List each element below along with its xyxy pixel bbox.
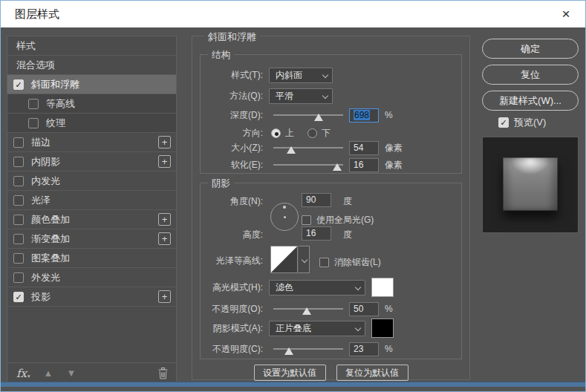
preview-checkbox[interactable]: ✓ bbox=[498, 117, 509, 128]
effect-checkbox[interactable] bbox=[13, 195, 24, 206]
layer-style-dialog: 图层样式 × 样式混合选项✓斜面和浮雕等高线纹理描边+内阴影+内发光光泽颜色叠加… bbox=[0, 0, 586, 392]
effect-label: 颜色叠加 bbox=[31, 213, 70, 226]
effect-row-5[interactable]: 描边+ bbox=[7, 133, 176, 152]
size-slider-track bbox=[273, 147, 343, 148]
effect-label: 图案叠加 bbox=[31, 252, 70, 265]
effects-toolbar: fx ▾ ▲ ▼ bbox=[7, 362, 176, 383]
effect-row-13[interactable]: ✓投影+ bbox=[7, 287, 176, 307]
highlight-opacity-slider[interactable] bbox=[273, 303, 343, 315]
technique-select[interactable]: 平滑 bbox=[269, 88, 333, 104]
shadow-opacity-input[interactable]: 23 bbox=[349, 342, 379, 356]
direction-up-label: 上 bbox=[285, 127, 294, 140]
effect-row-9[interactable]: 颜色叠加+ bbox=[7, 210, 176, 229]
add-effect-icon[interactable]: + bbox=[158, 136, 171, 148]
new-style-button[interactable]: 新建样式(W)... bbox=[482, 91, 579, 111]
effect-checkbox[interactable]: ✓ bbox=[13, 79, 24, 90]
highlight-mode-select[interactable]: 滤色 bbox=[269, 280, 365, 295]
direction-down-radio[interactable] bbox=[307, 128, 317, 138]
altitude-input[interactable]: 16 bbox=[302, 226, 331, 241]
reset-default-button[interactable]: 复位为默认值 bbox=[336, 365, 408, 381]
delete-effect-icon[interactable] bbox=[157, 368, 169, 379]
title-bar: 图层样式 × bbox=[1, 1, 585, 27]
effect-row-2[interactable]: ✓斜面和浮雕 bbox=[7, 75, 176, 94]
effect-checkbox[interactable] bbox=[13, 272, 24, 283]
style-select[interactable]: 内斜面 bbox=[269, 68, 333, 83]
effect-row-6[interactable]: 内阴影+ bbox=[7, 152, 176, 172]
soften-slider-thumb[interactable] bbox=[333, 163, 342, 171]
preview-label: 预览(V) bbox=[514, 116, 546, 129]
add-effect-icon[interactable]: + bbox=[158, 155, 171, 168]
altitude-label: 高度: bbox=[201, 229, 263, 241]
effect-row-11[interactable]: 图案叠加 bbox=[7, 249, 176, 268]
depth-slider[interactable] bbox=[273, 109, 343, 121]
bevel-emboss-panel: 斜面和浮雕 结构 样式(T): 内斜面 方法(Q): 平滑 bbox=[192, 36, 470, 380]
angle-label: 角度(N): bbox=[201, 195, 263, 208]
effect-label: 斜面和浮雕 bbox=[31, 78, 79, 91]
shadow-color-swatch[interactable] bbox=[371, 318, 394, 338]
shading-group-title: 阴影 bbox=[208, 177, 234, 190]
highlight-opacity-input[interactable]: 50 bbox=[349, 302, 379, 316]
shadow-opacity-slider[interactable] bbox=[273, 343, 343, 355]
effect-checkbox[interactable]: ✓ bbox=[13, 292, 24, 302]
size-slider-thumb[interactable] bbox=[287, 146, 296, 154]
direction-label: 方向: bbox=[201, 127, 263, 140]
effect-checkbox[interactable] bbox=[13, 253, 24, 264]
shadow-opacity-label: 不透明度(C): bbox=[201, 343, 263, 356]
style-select-value: 内斜面 bbox=[276, 69, 302, 82]
add-effect-icon[interactable]: + bbox=[158, 232, 171, 245]
window-bottom-edge bbox=[1, 382, 585, 387]
add-effect-icon[interactable]: + bbox=[158, 213, 171, 226]
effect-checkbox[interactable] bbox=[13, 176, 24, 186]
effect-label: 外发光 bbox=[31, 271, 60, 284]
use-global-light-checkbox[interactable] bbox=[302, 215, 311, 225]
shadow-mode-select[interactable]: 正片叠底 bbox=[269, 321, 365, 336]
gloss-contour-picker[interactable] bbox=[270, 246, 298, 273]
effect-checkbox[interactable] bbox=[13, 137, 24, 148]
effect-row-12[interactable]: 外发光 bbox=[7, 268, 176, 287]
shadow-opacity-thumb[interactable] bbox=[284, 347, 293, 355]
effect-row-8[interactable]: 光泽 bbox=[7, 191, 176, 210]
add-effect-icon[interactable]: + bbox=[158, 290, 171, 303]
effect-label: 混合选项 bbox=[16, 59, 55, 72]
direction-up-radio[interactable] bbox=[271, 128, 281, 138]
highlight-mode-label: 高光模式(H): bbox=[201, 281, 263, 294]
move-effect-down-icon[interactable]: ▼ bbox=[66, 368, 76, 379]
gloss-contour-dropdown[interactable] bbox=[299, 246, 310, 273]
size-slider[interactable] bbox=[273, 142, 343, 154]
chevron-down-icon bbox=[322, 92, 328, 98]
close-icon[interactable]: × bbox=[556, 4, 576, 24]
move-effect-up-icon[interactable]: ▲ bbox=[44, 368, 53, 379]
effect-checkbox[interactable] bbox=[28, 118, 39, 128]
shadow-opacity-unit: % bbox=[385, 344, 393, 354]
effect-row-0[interactable]: 样式 bbox=[7, 36, 176, 56]
effect-checkbox[interactable] bbox=[13, 215, 24, 225]
highlight-color-swatch[interactable] bbox=[371, 278, 394, 297]
chevron-down-icon bbox=[322, 71, 328, 77]
reset-button[interactable]: 复位 bbox=[482, 65, 579, 85]
size-input[interactable]: 54 bbox=[349, 141, 379, 155]
ok-button[interactable]: 确定 bbox=[482, 39, 579, 59]
effect-checkbox[interactable] bbox=[13, 234, 24, 244]
effect-row-10[interactable]: 渐变叠加+ bbox=[7, 229, 176, 249]
depth-slider-thumb[interactable] bbox=[314, 114, 323, 121]
effect-label: 样式 bbox=[16, 39, 36, 53]
effect-checkbox[interactable] bbox=[13, 157, 24, 167]
angle-input[interactable]: 90 bbox=[302, 193, 331, 207]
anti-alias-checkbox[interactable] bbox=[319, 258, 329, 267]
angle-dial[interactable] bbox=[270, 203, 299, 231]
effect-row-1[interactable]: 混合选项 bbox=[7, 56, 176, 75]
depth-input[interactable]: 698 bbox=[349, 108, 379, 122]
effect-row-4[interactable]: 纹理 bbox=[7, 114, 176, 133]
soften-input[interactable]: 16 bbox=[349, 158, 379, 172]
effect-row-7[interactable]: 内发光 bbox=[7, 172, 176, 191]
technique-select-value: 平滑 bbox=[276, 90, 293, 102]
chevron-down-icon bbox=[302, 257, 307, 263]
fx-icon[interactable]: fx bbox=[16, 367, 27, 380]
effect-checkbox[interactable] bbox=[28, 99, 39, 109]
angle-unit: 度 bbox=[343, 195, 352, 208]
set-default-button[interactable]: 设置为默认值 bbox=[254, 365, 326, 381]
effect-label: 渐变叠加 bbox=[31, 232, 70, 246]
highlight-opacity-thumb[interactable] bbox=[302, 307, 311, 315]
effect-row-3[interactable]: 等高线 bbox=[7, 94, 176, 114]
soften-slider[interactable] bbox=[273, 159, 343, 171]
